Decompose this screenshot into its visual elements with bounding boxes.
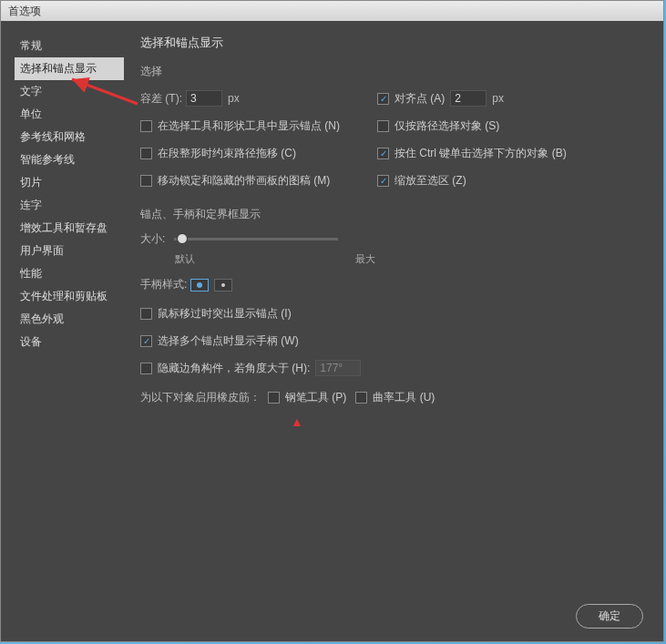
constrain-checkbox[interactable]: 在段整形时约束路径拖移 (C) [140, 146, 296, 161]
checkbox-icon [377, 120, 389, 132]
check-icon [377, 175, 389, 187]
main-panel: 选择和锚点显示 选择 容差 (T): px 对齐点 (A) px [124, 35, 650, 593]
slider-handle[interactable] [177, 233, 188, 244]
snap-checkbox[interactable]: 对齐点 (A) [377, 91, 445, 107]
titlebar: 首选项 [1, 1, 663, 21]
check-icon [140, 335, 152, 347]
zoom-sel-checkbox[interactable]: 缩放至选区 (Z) [377, 173, 466, 189]
check-icon [377, 93, 389, 105]
checkbox-icon [140, 363, 152, 374]
angle-input[interactable] [315, 360, 361, 376]
sidebar-item-selection-anchor[interactable]: 选择和锚点显示 [15, 57, 124, 80]
tolerance-label: 容差 (T): [140, 91, 182, 107]
content: 常规 选择和锚点显示 文字 单位 参考线和网格 智能参考线 切片 连字 增效工具… [1, 21, 663, 607]
sidebar-item-slices[interactable]: 切片 [15, 171, 124, 194]
sidebar-item-ui[interactable]: 用户界面 [15, 240, 124, 262]
sidebar: 常规 选择和锚点显示 文字 单位 参考线和网格 智能参考线 切片 连字 增效工具… [15, 35, 124, 593]
sidebar-item-smart-guides[interactable]: 智能参考线 [15, 148, 124, 171]
show-anchor-label: 在选择工具和形状工具中显示锚点 (N) [158, 118, 340, 134]
button-row: 确定 [576, 604, 643, 629]
rubber-band-label: 为以下对象启用橡皮筋： [140, 390, 261, 405]
path-only-checkbox[interactable]: 仅按路径选择对象 (S) [377, 118, 499, 134]
sidebar-item-guides-grid[interactable]: 参考线和网格 [15, 126, 124, 148]
snap-label: 对齐点 (A) [394, 91, 445, 107]
sidebar-item-units[interactable]: 单位 [15, 103, 124, 126]
hide-corner-label: 隐藏边角构件，若角度大于 (H): [158, 361, 310, 376]
pen-tool-checkbox[interactable]: 钢笔工具 (P) [268, 390, 346, 405]
pen-tool-label: 钢笔工具 (P) [285, 390, 346, 405]
sidebar-item-plugins[interactable]: 增效工具和暂存盘 [15, 217, 124, 240]
highlight-hover-label: 鼠标移过时突出显示锚点 (I) [158, 306, 292, 322]
highlight-hover-checkbox[interactable]: 鼠标移过时突出显示锚点 (I) [140, 306, 292, 322]
zoom-sel-label: 缩放至选区 (Z) [394, 173, 466, 189]
size-label: 大小: [140, 231, 165, 247]
size-min: 默认 [175, 252, 195, 266]
preferences-window: 首选项 常规 选择和锚点显示 文字 单位 参考线和网格 智能参考线 切片 连字 … [0, 0, 664, 642]
show-handles-multi-checkbox[interactable]: 选择多个锚点时显示手柄 (W) [140, 333, 299, 349]
snap-input[interactable] [450, 90, 487, 107]
sidebar-item-hyphenation[interactable]: 连字 [15, 194, 124, 217]
move-locked-checkbox[interactable]: 移动锁定和隐藏的带画板的图稿 (M) [140, 173, 330, 189]
tolerance-input[interactable] [186, 90, 222, 107]
show-handles-multi-label: 选择多个锚点时显示手柄 (W) [158, 333, 299, 349]
window-title: 首选项 [8, 5, 41, 17]
size-max: 最大 [355, 252, 375, 266]
tolerance-unit: px [228, 92, 240, 105]
selection-section: 选择 容差 (T): px 对齐点 (A) px 在选择工具 [140, 64, 650, 190]
anchors-heading: 锚点、手柄和定界框显示 [140, 207, 650, 222]
checkbox-icon [140, 148, 152, 159]
dot-icon [221, 283, 225, 287]
checkbox-icon [268, 392, 280, 404]
sidebar-item-type[interactable]: 文字 [15, 80, 124, 103]
ok-button[interactable]: 确定 [576, 604, 643, 629]
handle-style-2[interactable] [214, 279, 232, 291]
sidebar-item-performance[interactable]: 性能 [15, 262, 124, 285]
snap-unit: px [492, 92, 504, 105]
check-icon [377, 148, 389, 159]
page-title: 选择和锚点显示 [140, 35, 650, 51]
selection-heading: 选择 [140, 64, 650, 79]
checkbox-icon [140, 175, 152, 187]
sidebar-item-general[interactable]: 常规 [15, 35, 124, 57]
anchors-section: 锚点、手柄和定界框显示 大小: 默认 最大 手柄样式: [140, 207, 650, 407]
checkbox-icon [140, 120, 152, 132]
sidebar-item-devices[interactable]: 设备 [15, 331, 124, 353]
hide-corner-checkbox[interactable]: 隐藏边角构件，若角度大于 (H): [140, 361, 310, 376]
move-locked-label: 移动锁定和隐藏的带画板的图稿 (M) [158, 173, 330, 189]
show-anchor-checkbox[interactable]: 在选择工具和形状工具中显示锚点 (N) [140, 118, 340, 134]
path-only-label: 仅按路径选择对象 (S) [394, 118, 499, 134]
handle-style-label: 手柄样式: [140, 277, 187, 292]
sidebar-item-black-appearance[interactable]: 黑色外观 [15, 308, 124, 331]
handle-style-1[interactable] [190, 279, 209, 291]
curve-tool-checkbox[interactable]: 曲率工具 (U) [355, 390, 435, 405]
sidebar-item-file-clipboard[interactable]: 文件处理和剪贴板 [15, 285, 124, 308]
checkbox-icon [140, 308, 152, 320]
curve-tool-label: 曲率工具 (U) [373, 390, 435, 405]
dot-icon [197, 282, 202, 288]
ctrl-click-checkbox[interactable]: 按住 Ctrl 键单击选择下方的对象 (B) [377, 146, 567, 161]
constrain-label: 在段整形时约束路径拖移 (C) [158, 146, 296, 161]
checkbox-icon [355, 392, 367, 404]
ctrl-click-label: 按住 Ctrl 键单击选择下方的对象 (B) [394, 146, 567, 161]
size-slider[interactable] [174, 238, 338, 240]
